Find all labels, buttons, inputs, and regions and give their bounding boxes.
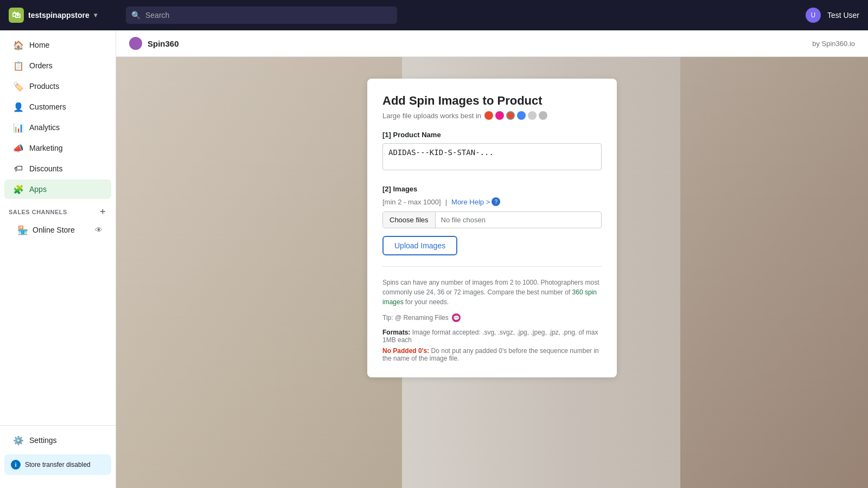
form-subtitle: Large file uploads works best in <box>382 111 602 120</box>
sidebar: 🏠 Home 📋 Orders 🏷️ Products 👤 Customers … <box>0 30 116 488</box>
sidebar-item-label: Discounts <box>29 164 62 173</box>
sidebar-item-label: Apps <box>29 185 47 194</box>
divider <box>382 266 602 267</box>
store-name: testspinappstore <box>28 11 90 20</box>
sidebar-item-discounts[interactable]: 🏷 Discounts <box>4 159 111 178</box>
analytics-icon: 📊 <box>13 122 24 133</box>
images-section-label: [2] Images <box>382 185 602 193</box>
store-transfer-banner: i Store transfer disabled <box>4 454 111 475</box>
online-store-icon: 🏪 <box>17 224 28 235</box>
no-padded-text: No Padded 0's: Do not put any padded 0's… <box>382 347 602 362</box>
search-bar: 🔍 <box>126 7 397 24</box>
sidebar-item-label: Analytics <box>29 123 60 132</box>
sidebar-item-label: Products <box>29 82 59 91</box>
sidebar-item-label: Home <box>29 41 49 49</box>
products-icon: 🏷️ <box>13 81 24 92</box>
sidebar-item-home[interactable]: 🏠 Home <box>4 35 111 55</box>
info-icon: i <box>11 460 21 470</box>
sidebar-bottom: ⚙️ Settings i Store transfer disabled <box>0 425 116 484</box>
other-browser-icon <box>539 111 547 120</box>
sidebar-item-label: Orders <box>29 61 53 70</box>
app-header: Spin360 by Spin360.io <box>116 30 868 57</box>
sidebar-item-analytics[interactable]: 📊 Analytics <box>4 118 111 137</box>
tip-bubble-icon: 💬 <box>452 313 461 322</box>
by-label: by Spin360.io <box>812 40 855 48</box>
settings-label: Settings <box>29 436 57 445</box>
more-help-link[interactable]: More Help > ? <box>451 197 500 206</box>
top-nav-right: U Test User <box>806 8 859 23</box>
shopify-icon: 🛍 <box>9 8 24 23</box>
sidebar-item-apps[interactable]: 🧩 Apps <box>4 179 111 199</box>
opera-icon <box>495 111 504 120</box>
upload-images-button[interactable]: Upload Images <box>382 236 457 255</box>
settings-icon: ⚙️ <box>13 435 24 446</box>
sidebar-item-settings[interactable]: ⚙️ Settings <box>4 431 111 450</box>
tip-label: Tip: @ Renaming Files <box>382 314 449 322</box>
firefox-icon <box>506 111 515 120</box>
eye-icon: 👁 <box>95 226 103 234</box>
app-title: Spin360 <box>148 39 179 48</box>
formats-value: Image format accepted: .svg, .svgz, .jpg… <box>382 329 598 344</box>
customers-icon: 👤 <box>13 101 24 112</box>
sidebar-item-label: Customers <box>29 102 66 111</box>
marketing-icon: 📣 <box>13 143 24 153</box>
add-sales-channel-icon[interactable]: ＋ <box>98 206 107 217</box>
search-icon: 🔍 <box>131 11 141 20</box>
product-name-section-label: [1] Product Name <box>382 131 602 139</box>
store-transfer-label: Store transfer disabled <box>25 461 91 468</box>
bg-image-left <box>116 57 402 488</box>
chrome-icon <box>484 111 493 120</box>
help-text: Spins can have any number of images from… <box>382 278 602 307</box>
images-section: [2] Images [min 2 - max 1000] | More Hel… <box>382 185 602 255</box>
file-input-row: Choose files No file chosen <box>382 211 602 228</box>
sidebar-item-orders[interactable]: 📋 Orders <box>4 56 111 75</box>
edge-icon <box>517 111 526 120</box>
app-title-row: Spin360 <box>129 37 179 50</box>
form-card: Add Spin Images to Product Large file up… <box>367 79 617 377</box>
no-padded-label: No Padded 0's: <box>382 347 429 355</box>
product-name-input[interactable]: ADIDAS---KID-S-STAN-... <box>382 143 602 170</box>
avatar: U <box>806 8 821 23</box>
form-title: Add Spin Images to Product <box>382 94 602 108</box>
chevron-down-icon: ▾ <box>94 11 97 19</box>
min-max-row: [min 2 - max 1000] | More Help > ? <box>382 197 602 206</box>
discounts-icon: 🏷 <box>13 163 24 174</box>
sales-channels-header: SALES CHANNELS ＋ <box>0 200 116 220</box>
orders-icon: 📋 <box>13 60 24 71</box>
no-file-text: No file chosen <box>436 212 491 228</box>
help-question-icon: ? <box>492 197 500 206</box>
top-navigation: 🛍 testspinappstore ▾ 🔍 U Test User <box>0 0 868 30</box>
bg-image-right <box>680 57 869 488</box>
min-max-label: [min 2 - max 1000] <box>382 198 441 206</box>
page-background: Add Spin Images to Product Large file up… <box>116 57 868 488</box>
sidebar-item-products[interactable]: 🏷️ Products <box>4 76 111 96</box>
sidebar-item-label: Marketing <box>29 144 62 152</box>
apps-icon: 🧩 <box>13 184 24 195</box>
sidebar-item-customers[interactable]: 👤 Customers <box>4 97 111 117</box>
app-icon <box>129 37 142 50</box>
main-content: Spin360 by Spin360.io Add Spin Images to… <box>116 30 868 488</box>
safari-icon <box>528 111 537 120</box>
user-name: Test User <box>827 11 859 20</box>
browser-icons <box>484 111 547 120</box>
main-layout: 🏠 Home 📋 Orders 🏷️ Products 👤 Customers … <box>0 30 868 488</box>
sidebar-item-online-store[interactable]: 🏪 Online Store 👁 <box>4 220 111 240</box>
formats-text: Formats: Image format accepted: .svg, .s… <box>382 329 602 344</box>
tip-row: Tip: @ Renaming Files 💬 <box>382 313 602 322</box>
formats-label: Formats: <box>382 329 410 336</box>
search-input[interactable] <box>126 7 397 24</box>
home-icon: 🏠 <box>13 40 24 50</box>
store-logo-area[interactable]: 🛍 testspinappstore ▾ <box>9 8 117 23</box>
sidebar-item-marketing[interactable]: 📣 Marketing <box>4 138 111 158</box>
online-store-label: Online Store <box>33 226 75 234</box>
choose-files-button[interactable]: Choose files <box>383 212 436 228</box>
